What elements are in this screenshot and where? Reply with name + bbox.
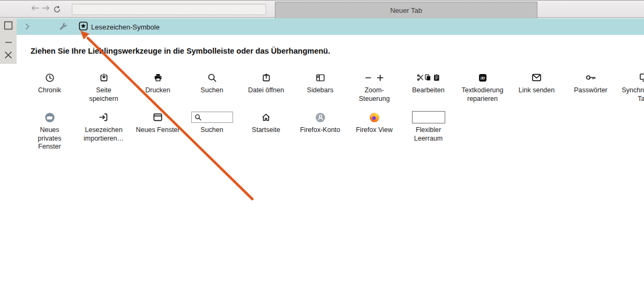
minimize-button[interactable] [0, 34, 17, 47]
firefox-account-icon [315, 112, 326, 123]
palette-row-1: ChronikSeite speichernDruckenSuchenDatei… [23, 70, 644, 103]
icon-box [131, 110, 185, 124]
rectangle-tool-button[interactable] [0, 20, 17, 33]
palette-item-label: Firefox View [347, 126, 401, 135]
save-page-icon [99, 73, 109, 83]
icon-box [510, 70, 564, 85]
palette-item-label: Seite speichern [77, 86, 131, 103]
palette-item-search-field[interactable]: Suchen [185, 110, 239, 151]
minus-icon [5, 37, 12, 45]
search-icon [194, 114, 201, 121]
wrench-button[interactable] [59, 23, 68, 31]
firefox-customize-screen: Neuer Tab [0, 0, 644, 308]
search-icon [207, 73, 217, 83]
customize-heading: Ziehen Sie Ihre Lieblingswerkzeuge in di… [31, 47, 330, 55]
palette-item-firefox-account[interactable]: Firefox-Konto [293, 110, 347, 151]
search-field-box [191, 112, 233, 123]
palette-item-label: Chronik [23, 86, 77, 95]
customize-overflow-bar: Lesezeichen-Symbole [17, 18, 644, 35]
palette-item-label: Textkodierung reparieren [455, 86, 510, 103]
back-button[interactable] [31, 5, 40, 11]
printer-icon [153, 73, 163, 83]
palette-item-label: Drucken [131, 86, 185, 95]
circular-arrow-icon [53, 7, 61, 15]
arrow-left-icon [31, 5, 40, 13]
palette-item-label: Zoom- Steuerung [347, 86, 401, 103]
icon-box [77, 70, 131, 85]
palette-item-firefox-view[interactable]: Firefox View [347, 110, 401, 151]
palette-item-synced-tabs[interactable]: Synchronisierte Tabs [618, 70, 644, 103]
chevron-right-button[interactable] [25, 23, 31, 30]
palette-item-label: Firefox-Konto [293, 126, 347, 135]
search-field-widget [185, 110, 239, 124]
icon-box [347, 70, 401, 85]
bookmark-star-box-icon [79, 21, 88, 32]
key-icon [586, 72, 596, 83]
icon-box [185, 70, 239, 85]
palette-item-label: Startseite [239, 126, 293, 135]
icon-box [23, 110, 77, 124]
palette-item-label: Lesezeichen importieren… [77, 126, 131, 143]
envelope-icon [531, 72, 542, 83]
palette-item-label: Link senden [510, 86, 564, 95]
open-file-icon [261, 73, 271, 83]
palette-item-label: Flexibler Leerraum [401, 126, 455, 143]
palette-item-private-window[interactable]: Neues privates Fenster [23, 110, 77, 151]
palette-item-label: Synchronisierte Tabs [618, 86, 644, 103]
icon-box [293, 70, 347, 85]
forward-button[interactable] [41, 5, 50, 11]
overflow-item-bookmark-symbols[interactable]: Lesezeichen-Symbole [79, 21, 160, 32]
reload-button[interactable] [53, 5, 61, 13]
private-window-icon [44, 112, 55, 123]
palette-item-text-encoding[interactable]: æTextkodierung reparieren [455, 70, 510, 103]
palette-item-passwords[interactable]: Passwörter [564, 70, 618, 103]
icon-box [564, 70, 618, 85]
palette-item-print[interactable]: Drucken [131, 70, 185, 103]
new-window-icon [153, 112, 163, 122]
palette-item-open-file[interactable]: Datei öffnen [239, 70, 293, 103]
icon-box [131, 70, 185, 85]
palette-item-search[interactable]: Suchen [185, 70, 239, 103]
palette-item-home[interactable]: Startseite [239, 110, 293, 151]
palette-item-label: Datei öffnen [239, 86, 293, 95]
palette-item-history[interactable]: Chronik [23, 70, 77, 103]
palette-item-zoom-controls[interactable]: Zoom- Steuerung [347, 70, 401, 103]
palette-row-2: Neues privates FensterLesezeichen import… [23, 110, 455, 151]
clock-icon [45, 73, 55, 83]
icon-box [23, 70, 77, 85]
svg-text:æ: æ [480, 75, 485, 80]
palette-item-edit[interactable]: Bearbeiten [401, 70, 455, 103]
palette-item-label: Bearbeiten [401, 86, 455, 95]
tab-neuer-tab[interactable]: Neuer Tab [275, 2, 537, 18]
home-icon [261, 112, 271, 122]
chevron-right-icon [25, 24, 31, 32]
icon-box: æ [455, 70, 510, 85]
synced-tabs-icon [640, 72, 644, 83]
icon-box [401, 70, 455, 85]
icon-box [77, 110, 131, 124]
palette-item-new-window[interactable]: Neues Fenster [131, 110, 185, 151]
close-button[interactable] [0, 49, 17, 62]
palette-item-send-link[interactable]: Link senden [510, 70, 564, 103]
sidebars-icon [316, 73, 325, 83]
palette-item-flexible-space[interactable]: Flexibler Leerraum [401, 110, 455, 151]
close-x-icon [4, 51, 12, 61]
palette-item-label: Neues Fenster [131, 126, 185, 135]
icon-box [293, 110, 347, 124]
address-bar[interactable] [72, 4, 266, 15]
flexible-space-widget [401, 110, 455, 124]
palette-item-sidebars[interactable]: Sidebars [293, 70, 347, 103]
import-bookmarks-icon [99, 112, 109, 122]
palette-item-label: Suchen [185, 126, 239, 135]
browser-toolbar: Neuer Tab [0, 0, 644, 18]
palette-item-label: Neues privates Fenster [23, 126, 77, 151]
edit-icon [417, 73, 440, 82]
annotation-toolbar [0, 18, 17, 64]
palette-item-import-bookmarks[interactable]: Lesezeichen importieren… [77, 110, 131, 151]
palette-item-label: Suchen [185, 86, 239, 95]
text-encoding-icon: æ [478, 73, 488, 83]
arrow-right-icon [41, 5, 50, 13]
palette-item-save-page[interactable]: Seite speichern [77, 70, 131, 103]
rectangle-icon [4, 21, 13, 32]
overflow-item-label: Lesezeichen-Symbole [91, 23, 160, 31]
